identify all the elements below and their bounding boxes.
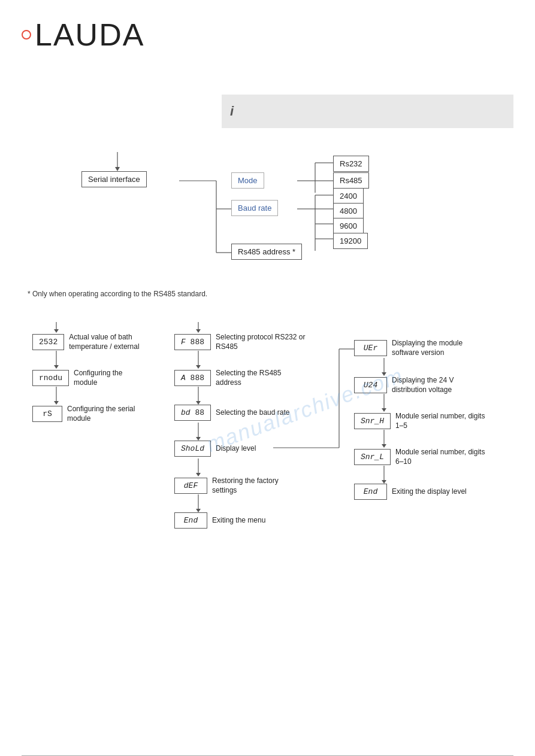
info-icon: i xyxy=(230,104,234,119)
desc-snr-l: Module serial number, digits 6–10 xyxy=(395,448,491,466)
label-a888: A 888 xyxy=(174,370,211,386)
baud-4800-box: 4800 xyxy=(333,203,364,219)
label-uer: UEr xyxy=(354,340,387,356)
desc-shold: Display level xyxy=(216,444,256,454)
rs232-box: Rs232 xyxy=(333,156,369,172)
label-2532: 2532 xyxy=(32,334,64,350)
top-diagram: Serial interface Mode Baud rate Rs485 ad… xyxy=(22,146,513,284)
col3-row5: End Exiting the display level xyxy=(354,484,467,500)
logo-circle-icon xyxy=(22,30,31,40)
baud-19200-box: 19200 xyxy=(333,233,368,249)
desc-rs: Configuring the serial module xyxy=(67,405,139,423)
desc-f888: Selecting protocol RS232 or RS485 xyxy=(216,333,306,351)
desc-u24: Displaying the 24 V distribution voltage xyxy=(392,376,488,394)
col2-row5: dEF Restoring the factory settings xyxy=(174,476,302,495)
diagram-area: manualarchive.com xyxy=(22,146,513,579)
label-rnodu: rnodu xyxy=(32,370,69,386)
desc-end-col3: Exiting the display level xyxy=(392,487,467,497)
header: LAUDA xyxy=(0,0,535,59)
baud-9600-box: 9600 xyxy=(333,218,364,234)
col3-row3: Snr_H Module serial number, digits 1–5 xyxy=(354,412,491,430)
desc-rnodu: Configuring the module xyxy=(74,369,146,387)
rs485-box: Rs485 xyxy=(333,172,369,189)
rs485-address-box: Rs485 address * xyxy=(231,244,302,260)
baud-2400-box: 2400 xyxy=(333,188,364,204)
label-snr-l: Snr_L xyxy=(354,449,391,465)
logo-text: LAUDA xyxy=(35,17,144,53)
col3-row2: U24 Displaying the 24 V distribution vol… xyxy=(354,376,488,394)
footnote: * Only when operating according to the R… xyxy=(28,290,513,298)
col2-row2: A 888 Selecting the RS485 address xyxy=(174,369,306,387)
serial-interface-box: Serial interface xyxy=(81,171,147,187)
desc-def: Restoring the factory settings xyxy=(212,476,302,495)
label-rs: rS xyxy=(32,406,62,422)
baud-rate-box: Baud rate xyxy=(231,200,278,216)
label-end-col2: End xyxy=(174,512,207,529)
col2-row1: F 888 Selecting protocol RS232 or RS485 xyxy=(174,333,306,351)
col2-row6: End Exiting the menu xyxy=(174,512,265,529)
svg-marker-1 xyxy=(115,167,120,171)
label-shold: ShoLd xyxy=(174,441,211,457)
col3-row4: Snr_L Module serial number, digits 6–10 xyxy=(354,448,491,466)
desc-snr-h: Module serial number, digits 1–5 xyxy=(395,412,491,430)
col1-row3: rS Configuring the serial module xyxy=(32,405,139,423)
desc-uer: Displaying the module software version xyxy=(392,339,488,357)
desc-2532: Actual value of bath temperature / exter… xyxy=(69,333,141,351)
info-box: i xyxy=(222,95,513,128)
desc-a888: Selecting the RS485 address xyxy=(216,369,306,387)
bottom-diagram: 2532 Actual value of bath temperature / … xyxy=(22,322,513,579)
label-bd88: bd 88 xyxy=(174,405,211,421)
col2-row3: bd 88 Selecting the baud rate xyxy=(174,405,289,421)
label-def: dEF xyxy=(174,478,207,494)
col1-row1: 2532 Actual value of bath temperature / … xyxy=(32,333,141,351)
desc-bd88: Selecting the baud rate xyxy=(216,408,289,418)
label-f888: F 888 xyxy=(174,334,211,350)
desc-end-col2: Exiting the menu xyxy=(212,516,265,526)
col3-row1: UEr Displaying the module software versi… xyxy=(354,339,488,357)
mode-box: Mode xyxy=(231,172,264,189)
label-snr-h: Snr_H xyxy=(354,413,391,429)
col2-row4: ShoLd Display level xyxy=(174,441,256,457)
col1-row2: rnodu Configuring the module xyxy=(32,369,146,387)
label-end-col3: End xyxy=(354,484,387,500)
label-u24: U24 xyxy=(354,377,387,393)
